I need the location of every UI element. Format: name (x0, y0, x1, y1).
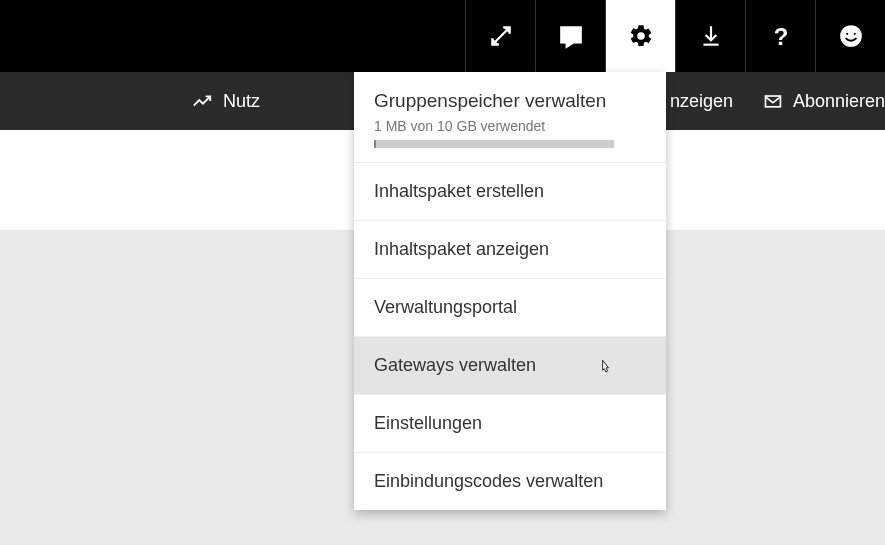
settings-dropdown: Gruppenspeicher verwalten 1 MB von 10 GB… (354, 72, 666, 510)
menu-label: Gateways verwalten (374, 355, 536, 375)
storage-subtitle: 1 MB von 10 GB verwendet (374, 118, 646, 134)
fullscreen-button[interactable] (465, 0, 535, 72)
storage-progress-fill (374, 140, 376, 148)
feedback-smiley-button[interactable] (815, 0, 885, 72)
svg-text:?: ? (773, 23, 788, 49)
storage-title: Gruppenspeicher verwalten (374, 90, 646, 112)
svg-point-8 (853, 32, 856, 35)
usage-link[interactable]: Nutz (191, 90, 260, 112)
menu-item-admin-portal[interactable]: Verwaltungsportal (354, 279, 666, 337)
menu-label: Inhaltspaket anzeigen (374, 239, 549, 259)
feedback-button[interactable] (535, 0, 605, 72)
cursor-pointer-icon (596, 355, 616, 379)
svg-point-7 (845, 32, 848, 35)
menu-item-manage-gateways[interactable]: Gateways verwalten (354, 337, 666, 395)
menu-label: Einstellungen (374, 413, 482, 433)
help-button[interactable]: ? (745, 0, 815, 72)
storage-progress (374, 140, 614, 148)
feedback-icon (558, 23, 584, 49)
gear-icon (628, 23, 654, 49)
view-label: nzeigen (670, 91, 733, 112)
svg-point-6 (840, 25, 862, 47)
subscribe-link[interactable]: Abonnieren (763, 90, 885, 112)
fullscreen-icon (488, 23, 514, 49)
usage-label: Nutz (223, 91, 260, 112)
help-icon: ? (768, 23, 794, 49)
svg-rect-0 (561, 27, 581, 42)
download-button[interactable] (675, 0, 745, 72)
subscribe-label: Abonnieren (793, 91, 885, 112)
smiley-icon (838, 23, 864, 49)
menu-label: Einbindungscodes verwalten (374, 471, 603, 491)
menu-item-create-content-pack[interactable]: Inhaltspaket erstellen (354, 163, 666, 221)
mail-icon (763, 90, 783, 112)
menu-item-view-content-pack[interactable]: Inhaltspaket anzeigen (354, 221, 666, 279)
menu-label: Verwaltungsportal (374, 297, 517, 317)
menu-item-settings[interactable]: Einstellungen (354, 395, 666, 453)
download-icon (698, 23, 724, 49)
view-link[interactable]: nzeigen (670, 91, 733, 112)
top-toolbar: ? (0, 0, 885, 72)
storage-section[interactable]: Gruppenspeicher verwalten 1 MB von 10 GB… (354, 72, 666, 163)
menu-item-embed-codes[interactable]: Einbindungscodes verwalten (354, 453, 666, 510)
menu-label: Inhaltspaket erstellen (374, 181, 544, 201)
chart-icon (191, 90, 213, 112)
settings-button[interactable] (605, 0, 675, 72)
